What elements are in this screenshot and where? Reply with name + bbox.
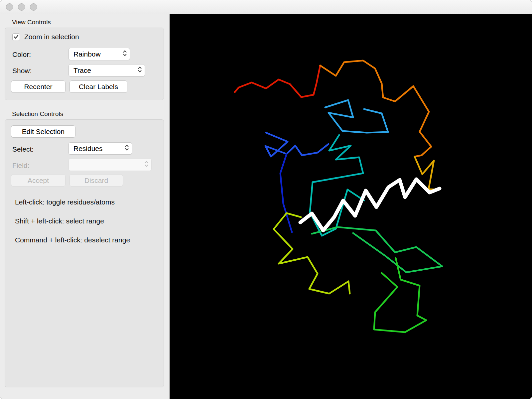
trace-darkblue bbox=[280, 154, 292, 232]
app-window: View Controls Zoom in selection Color: R… bbox=[0, 0, 532, 399]
trace-green-a bbox=[312, 227, 442, 272]
chevron-updown-icon bbox=[138, 66, 142, 75]
field-label: Field: bbox=[12, 162, 29, 170]
chevron-updown-icon bbox=[123, 49, 127, 59]
checkmark-icon bbox=[14, 34, 19, 40]
help-divider bbox=[12, 191, 159, 191]
select-mode-select[interactable]: Residues bbox=[68, 142, 132, 155]
trace-blue bbox=[265, 133, 329, 157]
trace-selection-white bbox=[300, 179, 440, 230]
selection-controls-group: Edit Selection Select: Residues Field: A… bbox=[5, 119, 164, 387]
trace-orange bbox=[320, 61, 431, 157]
zoom-in-selection-label: Zoom in selection bbox=[24, 33, 79, 41]
trace-teal-a bbox=[313, 135, 363, 182]
help-line-shift-click: Shift + left-click: select range bbox=[15, 217, 104, 225]
help-line-left-click: Left-click: toggle residues/atoms bbox=[15, 198, 115, 206]
select-label: Select: bbox=[12, 145, 34, 153]
color-select-value: Rainbow bbox=[73, 50, 123, 58]
zoom-window-button[interactable] bbox=[30, 3, 37, 11]
color-select[interactable]: Rainbow bbox=[68, 48, 130, 60]
help-line-command-click: Command + left-click: deselect range bbox=[15, 236, 130, 244]
recenter-button[interactable]: Recenter bbox=[11, 80, 66, 93]
trace-yellowgreen bbox=[274, 213, 350, 294]
trace-green-b bbox=[374, 258, 426, 332]
view-controls-group: Zoom in selection Color: Rainbow Show: T… bbox=[5, 28, 164, 100]
chevron-updown-icon bbox=[144, 160, 149, 170]
selection-controls-title: Selection Controls bbox=[12, 110, 63, 118]
show-label: Show: bbox=[12, 67, 32, 75]
accept-button: Accept bbox=[11, 174, 66, 187]
show-select[interactable]: Trace bbox=[68, 64, 145, 76]
control-sidebar: View Controls Zoom in selection Color: R… bbox=[0, 14, 170, 399]
trace-skyblue bbox=[325, 100, 388, 133]
zoom-in-selection-checkbox[interactable] bbox=[12, 33, 20, 41]
select-mode-value: Residues bbox=[73, 145, 125, 153]
chevron-updown-icon bbox=[125, 144, 129, 153]
trace-red bbox=[235, 66, 320, 97]
trace-gold bbox=[415, 157, 438, 190]
clear-labels-button[interactable]: Clear Labels bbox=[69, 80, 127, 93]
discard-button: Discard bbox=[69, 174, 123, 187]
view-controls-title: View Controls bbox=[12, 19, 51, 26]
molecule-viewport[interactable] bbox=[170, 14, 532, 399]
close-button[interactable] bbox=[6, 3, 13, 11]
minimize-button[interactable] bbox=[18, 3, 25, 11]
edit-selection-button[interactable]: Edit Selection bbox=[11, 125, 75, 138]
show-select-value: Trace bbox=[73, 66, 138, 74]
molecule-trace-svg bbox=[170, 14, 532, 399]
title-bar bbox=[0, 0, 532, 14]
color-label: Color: bbox=[12, 51, 31, 59]
field-select bbox=[68, 159, 152, 171]
